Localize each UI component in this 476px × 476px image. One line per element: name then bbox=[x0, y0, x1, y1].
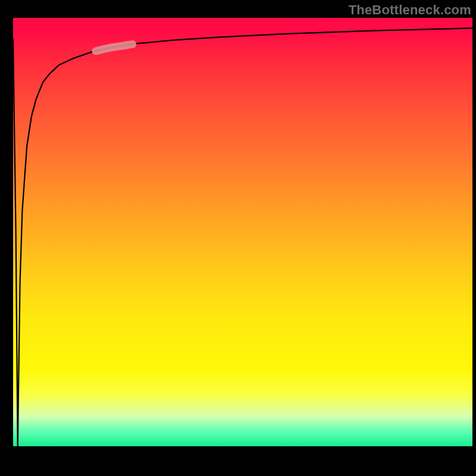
curve-layer bbox=[13, 18, 472, 446]
watermark-text: TheBottleneck.com bbox=[349, 2, 471, 18]
curve-highlight-segment bbox=[96, 44, 133, 51]
chart-frame: TheBottleneck.com bbox=[0, 0, 476, 476]
bottleneck-curve bbox=[13, 28, 472, 446]
